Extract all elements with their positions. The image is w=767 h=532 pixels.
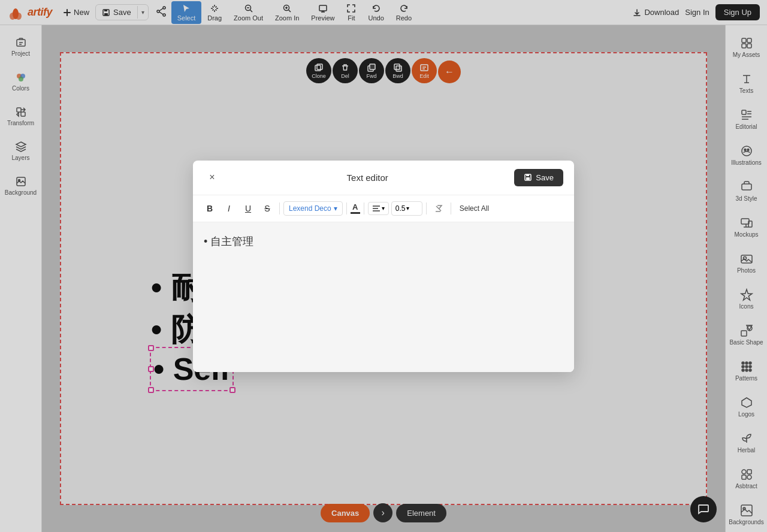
strikethrough-button[interactable]: S	[259, 200, 276, 217]
select-all-button[interactable]: Select All	[455, 202, 494, 215]
font-color-button[interactable]: A	[351, 202, 360, 214]
modal-save-icon	[524, 173, 532, 182]
editor-content[interactable]: • 自主管理	[193, 222, 574, 372]
modal-save-button[interactable]: Save	[514, 169, 563, 186]
editor-text: • 自主管理	[204, 235, 253, 247]
italic-button[interactable]: I	[221, 200, 237, 217]
modal-header: × Text editor Save	[193, 161, 574, 195]
clear-format-icon	[434, 204, 443, 213]
align-selector[interactable]: ▾	[368, 202, 389, 215]
bold-button[interactable]: B	[201, 200, 218, 217]
text-editor-modal: × Text editor Save B I U S Lexend Deco ▾	[193, 161, 574, 372]
font-family-selector[interactable]: Lexend Deco ▾	[283, 201, 343, 216]
font-size-arrow: ▾	[406, 205, 409, 211]
align-arrow: ▾	[382, 205, 385, 211]
fmt-separator-1	[279, 202, 280, 214]
underline-button[interactable]: U	[240, 200, 256, 217]
font-color-icon: A	[352, 202, 358, 211]
formatting-toolbar: B I U S Lexend Deco ▾ A ▾	[193, 195, 574, 222]
fmt-separator-5	[451, 202, 451, 214]
clear-formatting-button[interactable]	[430, 200, 447, 217]
svg-rect-81	[526, 174, 529, 176]
modal-overlay: × Text editor Save B I U S Lexend Deco ▾	[0, 0, 767, 532]
fmt-separator-2	[346, 202, 347, 214]
font-size-value: 0.5	[395, 204, 406, 213]
font-size-selector[interactable]: 0.5 ▾	[391, 201, 422, 216]
svg-rect-80	[526, 177, 530, 180]
fmt-separator-3	[364, 202, 364, 214]
font-selector-arrow: ▾	[334, 204, 337, 213]
fmt-separator-4	[426, 202, 427, 214]
modal-close-button[interactable]: ×	[204, 169, 221, 186]
font-color-bar	[351, 212, 360, 214]
font-name: Lexend Deco	[289, 204, 331, 213]
modal-title: Text editor	[221, 173, 514, 183]
align-icon	[372, 205, 381, 212]
